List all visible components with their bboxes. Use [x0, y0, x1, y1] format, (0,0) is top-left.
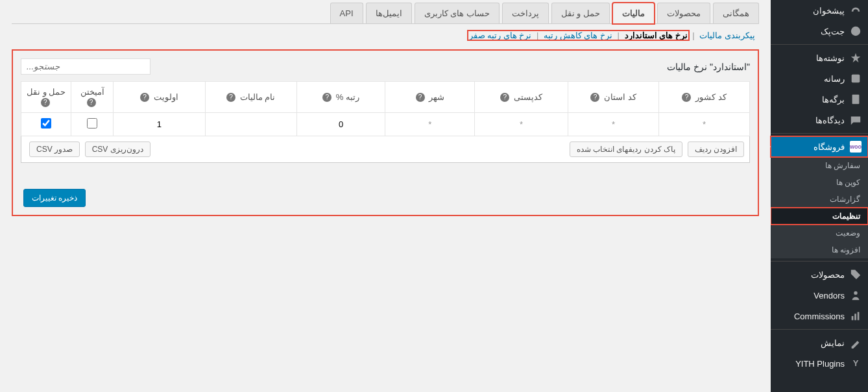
tab-api[interactable]: API: [330, 3, 363, 23]
save-changes-button[interactable]: ذخیره تغییرات: [23, 189, 86, 207]
table-footer: افزودن ردیف پاک کردن ردیفهای انتخاب شده …: [21, 136, 750, 163]
sidebar-sub-settings[interactable]: تنظیمات: [771, 208, 868, 225]
sidebar-sub-coupons[interactable]: کوپن ها: [771, 174, 868, 191]
sidebar-item-posts[interactable]: نوشته‌ها: [771, 47, 868, 68]
svg-rect-5: [854, 313, 856, 320]
sidebar-item-dashboard[interactable]: پیشخوان: [771, 0, 868, 21]
country-input[interactable]: [663, 119, 745, 129]
pin-icon: [850, 52, 862, 64]
sidebar-sub-addons[interactable]: افزونه ها: [771, 241, 868, 258]
postcode-input[interactable]: [479, 119, 564, 129]
sidebar-sub-reports[interactable]: گزارشات: [771, 191, 868, 208]
subtab-tax-options[interactable]: پیکربندی مالیات: [698, 31, 756, 40]
comments-icon: [850, 114, 862, 126]
appearance-icon: [850, 337, 862, 349]
sidebar-item-products[interactable]: محصولات: [771, 264, 868, 285]
commissions-icon: [850, 310, 862, 322]
section-title: "استاندارد" نرخ مالیات: [667, 62, 750, 72]
tab-products[interactable]: محصولات: [657, 3, 710, 23]
compound-checkbox[interactable]: [87, 118, 97, 129]
th-city: شهر ?: [385, 82, 475, 113]
main-content: همگانی محصولات مالیات حمل و نقل پرداخت ح…: [0, 0, 771, 392]
table-row[interactable]: [21, 112, 750, 136]
th-state: کد استان ?: [568, 82, 658, 113]
help-icon[interactable]: ?: [500, 93, 509, 102]
tax-rates-table: کد کشور ? کد استان ? کدپستی ? شهر ? رتبه…: [21, 81, 750, 136]
sidebar-item-media[interactable]: رسانه: [771, 68, 868, 89]
sidebar-item-pages[interactable]: برگه‌ها: [771, 89, 868, 110]
sidebar-item-yith[interactable]: Y YITH Plugins: [771, 353, 868, 374]
products-icon: [850, 269, 862, 280]
export-csv-button[interactable]: صدور CSV: [29, 141, 80, 157]
priority-input[interactable]: [117, 119, 201, 129]
svg-point-0: [851, 27, 860, 36]
jetpack-icon: [850, 25, 862, 37]
help-icon[interactable]: ?: [226, 93, 235, 102]
vendors-icon: [850, 289, 862, 301]
help-icon[interactable]: ?: [590, 93, 599, 102]
th-country: کد کشور ?: [659, 82, 750, 113]
tax-subtabs: پیکربندی مالیات | نرخ های استاندارد | نر…: [12, 24, 759, 47]
tab-general[interactable]: همگانی: [713, 3, 759, 23]
th-name: نام مالیات ?: [205, 82, 296, 113]
svg-rect-6: [858, 312, 860, 321]
sidebar-sub-status[interactable]: وضعیت: [771, 225, 868, 241]
sidebar-item-label: برگه‌ها: [822, 95, 845, 104]
svg-rect-1: [852, 75, 860, 83]
sidebar-item-label: رسانه: [824, 74, 845, 84]
subtab-zero-rates[interactable]: نرخ های رتبه صفر: [468, 31, 533, 40]
svg-rect-2: [852, 95, 860, 104]
sidebar-item-commissions[interactable]: Commissions: [771, 306, 868, 326]
settings-tabs: همگانی محصولات مالیات حمل و نقل پرداخت ح…: [12, 3, 759, 24]
subtab-standard-rates[interactable]: نرخ های استاندارد: [623, 31, 689, 40]
help-icon[interactable]: ?: [322, 93, 332, 102]
subtab-reduced-rates[interactable]: نرخ های کاهش رتبه: [542, 31, 614, 40]
remove-rows-button[interactable]: پاک کردن ردیفهای انتخاب شده: [570, 141, 682, 157]
th-shipping: حمل و نقل ?: [21, 82, 71, 113]
add-row-button[interactable]: افزودن ردیف: [688, 141, 744, 157]
admin-sidebar: پیشخوان جت‌پک نوشته‌ها رسانه برگه‌ها دید…: [771, 0, 868, 392]
yith-icon: Y: [850, 358, 862, 369]
tab-checkout[interactable]: پرداخت: [502, 3, 549, 23]
rate-input[interactable]: [301, 119, 381, 129]
svg-rect-4: [852, 316, 854, 320]
sidebar-sub-orders[interactable]: سفارش ها: [771, 157, 868, 174]
tab-tax[interactable]: مالیات: [612, 3, 655, 24]
th-compound: آمیختن ?: [71, 82, 113, 113]
th-rate: رتبه % ?: [296, 82, 385, 113]
sidebar-item-label: YITH Plugins: [795, 359, 845, 369]
sidebar-item-shop[interactable]: woo فروشگاه: [771, 136, 868, 157]
dashboard-icon: [850, 5, 862, 16]
tab-emails[interactable]: ایمیل‌ها: [366, 3, 412, 23]
sidebar-item-jetpack[interactable]: جت‌پک: [771, 21, 868, 42]
tax-rates-section: "استاندارد" نرخ مالیات کد کشور ? کد استا…: [12, 49, 759, 216]
help-icon[interactable]: ?: [41, 98, 50, 107]
sidebar-item-label: فروشگاه: [814, 142, 845, 152]
state-input[interactable]: [572, 119, 655, 129]
svg-point-3: [854, 291, 857, 295]
help-icon[interactable]: ?: [87, 98, 96, 107]
woo-icon: woo: [850, 141, 862, 153]
pages-icon: [850, 93, 862, 105]
shipping-checkbox[interactable]: [41, 118, 51, 129]
sidebar-item-comments[interactable]: دیدگاه‌ها: [771, 110, 868, 130]
help-icon[interactable]: ?: [682, 93, 691, 102]
taxname-input[interactable]: [210, 119, 293, 129]
help-icon[interactable]: ?: [140, 93, 149, 102]
sidebar-item-label: نوشته‌ها: [816, 53, 845, 63]
tab-shipping[interactable]: حمل و نقل: [551, 3, 610, 23]
tax-search-input[interactable]: [21, 58, 151, 75]
sidebar-item-label: پیشخوان: [813, 6, 845, 16]
sidebar-item-appearance[interactable]: نمایش: [771, 332, 868, 353]
tab-accounts[interactable]: حساب های کاربری: [415, 3, 500, 23]
help-icon[interactable]: ?: [416, 93, 425, 102]
import-csv-button[interactable]: درون‌ریزی CSV: [85, 141, 151, 157]
sidebar-item-label: Vendors: [814, 291, 845, 300]
sidebar-item-vendors[interactable]: Vendors: [771, 285, 868, 306]
sidebar-item-label: جت‌پک: [821, 27, 845, 36]
th-priority: اولویت ?: [113, 82, 205, 113]
save-row: ذخیره تغییرات: [21, 182, 750, 207]
sidebar-item-label: Commissions: [794, 312, 845, 321]
city-input[interactable]: [389, 119, 470, 129]
sidebar-item-label: دیدگاه‌ها: [815, 116, 845, 125]
